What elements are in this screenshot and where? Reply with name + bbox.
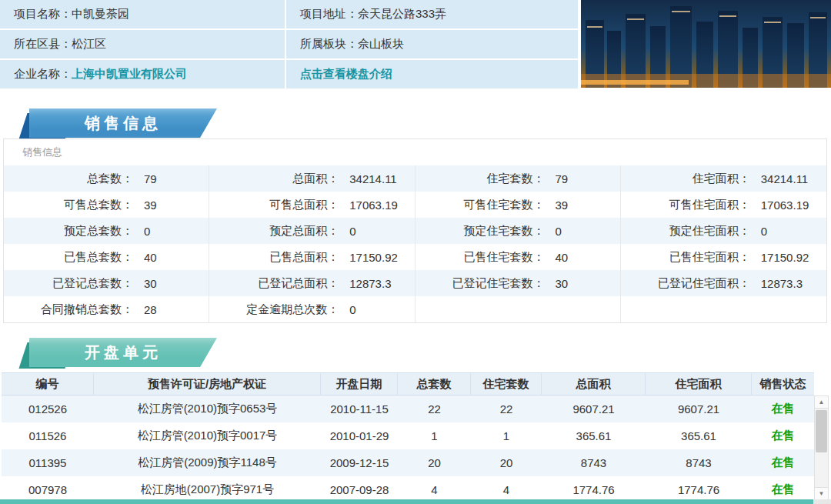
sales-stats-row: 已售总套数：40已售总面积：17150.92已售住宅套数：40已售住宅面积：17…: [4, 244, 826, 270]
info-field-value: 佘山板块: [358, 37, 404, 52]
sale-status-badge: 在售: [752, 449, 814, 476]
sales-panel-subtitle: 销售信息: [4, 139, 826, 165]
sales-stat-label: 合同撤销总套数：: [4, 302, 133, 317]
units-table-row: 011526松江房管(2010)预字0017号2010-01-2911365.6…: [2, 422, 814, 449]
sales-stat-label: 总套数：: [4, 172, 133, 186]
units-table-cell: 365.61: [542, 422, 646, 449]
sales-stat-value: 40: [556, 251, 569, 264]
sales-stat-label: 已售住宅面积：: [621, 250, 750, 265]
sales-stat-label: 已登记总面积：: [209, 276, 339, 291]
page: { "project_info": { "left": [ {"label": …: [0, 0, 831, 504]
units-table-cell: 1: [471, 422, 542, 449]
sales-stat-value: 17150.92: [349, 251, 398, 264]
units-table: 编号预售许可证/房地产权证开盘日期总套数住宅套数总面积住宅面积销售状态 0125…: [2, 372, 814, 503]
units-table-cell: 22: [471, 396, 542, 422]
info-field-label: 项目名称：: [14, 7, 72, 22]
sales-stat-cell: 已登记住宅面积：12873.3: [621, 270, 826, 296]
units-table-cell: 22: [398, 396, 471, 422]
sales-stat-value: 17150.92: [761, 251, 809, 264]
sales-stat-label: 可售住宅面积：: [621, 198, 750, 212]
scroll-up-icon[interactable]: ▲: [815, 396, 828, 409]
sales-stat-value: 0: [349, 225, 355, 238]
sales-stats-row: 预定总套数：0预定总面积：0预定住宅套数：0预定住宅面积：0: [4, 218, 826, 244]
info-field-value: 佘天昆公路333弄: [358, 7, 446, 22]
sales-stat-value: 79: [144, 172, 157, 185]
sales-stat-cell: 住宅套数：79: [416, 165, 621, 192]
sales-stat-label: 预定总套数：: [4, 224, 133, 239]
info-field-label: 所属板块：: [300, 37, 358, 52]
units-section-header: 开盘单元: [20, 337, 232, 371]
sales-stat-label: 住宅套数：: [416, 172, 545, 186]
horizontal-scrollbar[interactable]: [0, 499, 813, 504]
sales-stats-row: 合同撤销总套数：28定金逾期总次数：0: [4, 296, 826, 322]
sales-stat-label: 总面积：: [209, 172, 339, 186]
sales-stat-value: 30: [144, 277, 157, 290]
sales-stat-label: 预定总面积：: [209, 224, 339, 239]
units-table-cell: 1: [398, 422, 471, 449]
units-column-header: 开盘日期: [321, 373, 398, 395]
project-info-cell: 项目名称：中凯曼荼园: [0, 0, 286, 30]
units-section-title: 开盘单元: [85, 342, 162, 363]
info-link[interactable]: 上海中凯置业有限公司: [72, 67, 187, 82]
sales-stat-label: 预定住宅面积：: [621, 224, 750, 239]
sale-status-badge: 在售: [752, 422, 814, 449]
sales-section-header: 销售信息: [20, 108, 225, 142]
units-table-cell: 松江房管(2010)预字0653号: [94, 396, 321, 422]
sales-stat-value: 0: [349, 303, 355, 316]
units-column-header: 编号: [2, 373, 94, 395]
sales-stat-value: 28: [144, 303, 157, 316]
sales-stat-label: 住宅面积：: [621, 172, 750, 186]
units-table-cell: 松江房管(2010)预字0017号: [94, 422, 321, 449]
sales-stat-cell: 已登记总套数：30: [4, 270, 209, 296]
info-field-label: 所在区县：: [14, 37, 72, 52]
info-field-value: 松江区: [72, 37, 106, 52]
info-link[interactable]: 点击查看楼盘介绍: [300, 67, 392, 82]
project-info-right-column: 项目地址：佘天昆公路333弄所属板块：佘山板块点击查看楼盘介绍: [286, 0, 579, 90]
sales-stat-cell: 已登记住宅套数：30: [416, 270, 621, 296]
sales-stats-row: 总套数：79总面积：34214.11住宅套数：79住宅面积：34214.11: [4, 165, 826, 192]
units-table-cell: 20: [398, 449, 471, 476]
sales-stat-label: 定金逾期总次数：: [209, 302, 339, 317]
sales-stat-cell: 合同撤销总套数：28: [4, 296, 209, 322]
project-info-cell: 所在区县：松江区: [0, 30, 286, 60]
units-table-body: 012526松江房管(2010)预字0653号2010-11-152222960…: [2, 396, 814, 503]
sales-stat-cell: 已登记总面积：12873.3: [209, 270, 415, 296]
info-field-label: 项目地址：: [300, 7, 358, 22]
sales-stat-value: 17063.19: [761, 199, 809, 212]
sales-stats-grid: 总套数：79总面积：34214.11住宅套数：79住宅面积：34214.11可售…: [4, 165, 826, 322]
sales-stat-cell: 总面积：34214.11: [209, 165, 415, 192]
scroll-down-icon[interactable]: ▼: [815, 487, 828, 499]
sales-stat-label: 已售总套数：: [4, 250, 133, 265]
units-table-cell: 9607.21: [542, 396, 646, 422]
sales-stats-row: 可售总套数：39可售总面积：17063.19可售住宅套数：39可售住宅面积：17…: [4, 192, 826, 218]
units-table-cell: 012526: [2, 396, 94, 422]
sales-stat-value: 39: [144, 199, 157, 212]
sales-section-title: 销售信息: [85, 113, 162, 134]
sales-stat-label: 已登记总套数：: [4, 276, 133, 291]
sales-stat-value: 30: [556, 277, 569, 290]
sales-stat-cell: 已售总面积：17150.92: [209, 244, 415, 270]
sales-stat-value: 0: [556, 225, 562, 238]
sales-stat-cell: 已售住宅面积：17150.92: [621, 244, 826, 270]
scrollbar-thumb[interactable]: [816, 410, 827, 452]
sales-stat-cell: 预定住宅面积：0: [621, 218, 826, 244]
sales-banner-flag: 销售信息: [29, 108, 217, 138]
sales-stat-cell: 预定总套数：0: [4, 218, 209, 244]
sales-stat-cell: 住宅面积：34214.11: [621, 165, 826, 192]
project-photo: [581, 0, 831, 88]
sales-stat-cell: [416, 296, 621, 322]
sales-stat-cell: 预定住宅套数：0: [416, 218, 621, 244]
vertical-scrollbar[interactable]: ▲ ▼: [814, 396, 829, 500]
units-table-cell: 松江房管(2009)预字1148号: [94, 449, 321, 476]
city-night-illustration: [581, 0, 831, 88]
units-table-cell: 011395: [2, 449, 94, 476]
sale-status-badge: 在售: [752, 396, 814, 422]
project-info-cell: 项目地址：佘天昆公路333弄: [286, 0, 579, 30]
units-column-header: 预售许可证/房地产权证: [94, 373, 321, 395]
units-table-cell: 2009-12-15: [321, 449, 398, 476]
info-field-label: 企业名称：: [14, 67, 72, 82]
project-info-left-column: 项目名称：中凯曼荼园所在区县：松江区企业名称：上海中凯置业有限公司: [0, 0, 286, 90]
sales-stat-cell: 可售总套数：39: [4, 192, 209, 218]
units-table-cell: 20: [471, 449, 542, 476]
sales-stats-row: 已登记总套数：30已登记总面积：12873.3已登记住宅套数：30已登记住宅面积…: [4, 270, 826, 296]
